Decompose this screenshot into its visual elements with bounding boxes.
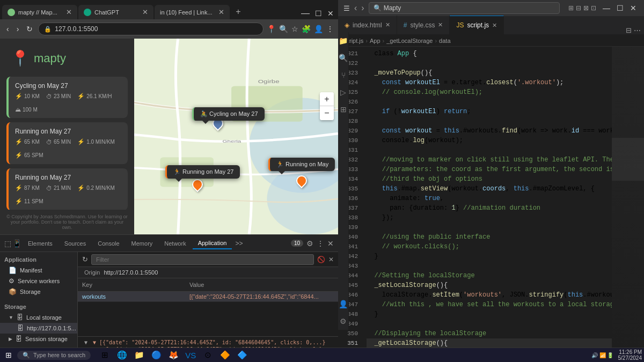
location-icon[interactable]: 📍 [267, 25, 276, 33]
debug-icon[interactable]: ▷ [340, 88, 346, 97]
vscode-menu-icon[interactable]: ☰ [343, 4, 350, 12]
table-row[interactable]: workouts [{"date":"2024-05-27T21:16:44.6… [78, 292, 338, 302]
zoom-out-button[interactable]: − [320, 106, 334, 120]
vscode-close[interactable]: ✕ [628, 3, 639, 13]
new-tab-button[interactable]: + [231, 4, 246, 19]
forward-button[interactable]: › [14, 24, 21, 34]
json-expand-arrow-0[interactable]: ▼ [84, 339, 90, 345]
devtools-tab-network[interactable]: Network [159, 238, 191, 249]
search-activity-icon[interactable]: 🔍 [339, 54, 348, 62]
code-content[interactable]: class App { _moveToPopup(){ const workou… [362, 47, 612, 350]
map-marker-running-2[interactable] [296, 175, 307, 186]
taskbar-time[interactable]: 11:26 PM 5/27/2024 [618, 349, 642, 361]
more-editor-actions-icon[interactable]: ⋯ [634, 26, 641, 34]
account-icon[interactable]: 👤 [339, 300, 348, 308]
search-icon[interactable]: 🔍 [279, 25, 288, 33]
sidebar-service-workers[interactable]: ⚙ Service workers [0, 276, 77, 286]
code-line-324: const workoutEl = e.target.closest('.wor… [367, 78, 612, 87]
devtools-tab-console[interactable]: Console [92, 238, 125, 249]
map-marker-running-1[interactable] [192, 179, 203, 190]
devtools-more-icon[interactable]: ⋮ [317, 239, 324, 248]
taskbar-app-taskview[interactable]: ⊞ [97, 349, 112, 361]
taskbar-search[interactable]: 🔍 Type here to search [17, 351, 91, 360]
sidebar-manifest[interactable]: 📄 Manifest [0, 265, 77, 276]
vscode-minimize[interactable]: — [601, 3, 612, 13]
grid-layout-icon[interactable]: ⊡ [591, 4, 596, 12]
workout-running-1[interactable]: Running on May 27 ⚡65 KM ⏱65 MIN ⚡1.0 MI… [6, 122, 128, 164]
window-close[interactable]: ✕ [325, 8, 336, 19]
vscode-tab-index-html[interactable]: ◈ index.html ✕ [338, 16, 397, 34]
extensions-activity-icon[interactable]: ⊞ [340, 105, 347, 114]
sidebar-local-storage-origin[interactable]: 🗄 http://127.0.0.1:5... [0, 323, 77, 334]
profile-icon[interactable]: 👤 [314, 25, 323, 33]
sidebar-layout-icon[interactable]: ⊟ [576, 4, 581, 12]
browser-tab-linkedin[interactable]: in (10) Feed | Link... ✕ [155, 5, 230, 19]
breadcrumb-class[interactable]: App [370, 38, 380, 44]
window-maximize[interactable]: ☐ [313, 8, 324, 19]
devtools-settings-icon[interactable]: ⚙ [306, 239, 313, 248]
html-tab-close[interactable]: ✕ [385, 21, 390, 28]
start-button[interactable]: ⊞ [2, 351, 15, 359]
sidebar-storage-item[interactable]: 📦 Storage [0, 286, 77, 297]
window-minimize[interactable]: — [299, 8, 312, 19]
taskbar-app-vscode[interactable]: VS [183, 349, 198, 361]
breadcrumb-method[interactable]: _getLocalStorage [386, 38, 433, 44]
cycling-stat-3: ⛰100 M [15, 106, 38, 113]
table-header: Key Value [78, 278, 338, 292]
devtools-tab-elements[interactable]: Elements [23, 238, 58, 249]
filter-clear-icon[interactable]: ✕ [328, 256, 334, 263]
chatgpt-tab-close[interactable]: ✕ [142, 8, 148, 16]
explorer-icon[interactable]: 📁 [339, 36, 348, 45]
code-line-335: this.#map.setView(workout.coords, this.#… [367, 184, 612, 194]
workout-running-2[interactable]: Running on May 27 ⚡87 KM ⏱21 MIN ⚡0.2 MI… [6, 168, 128, 210]
inspect-element-icon[interactable]: ⬚ [4, 239, 11, 248]
vscode-forward-button[interactable]: › [361, 3, 364, 13]
code-line-337: pan: {duration: 1} //animation duration [367, 203, 612, 213]
devtools-more-tabs[interactable]: >> [235, 240, 243, 247]
linkedin-tab-close[interactable]: ✕ [218, 8, 224, 16]
taskbar-app-edge[interactable]: 🌐 [114, 349, 129, 361]
reload-button[interactable]: ↻ [24, 24, 35, 34]
address-bar[interactable]: 🔒 127.0.0.1:5500 [38, 23, 264, 35]
devtools-tab-memory[interactable]: Memory [126, 238, 158, 249]
split-layout-icon[interactable]: ⊠ [583, 4, 589, 12]
devtools-close-icon[interactable]: ✕ [327, 239, 334, 248]
vscode-tab-style-css[interactable]: # style.css ✕ [397, 16, 450, 34]
vscode-search-bar[interactable]: 🔍 Mapty [369, 2, 560, 14]
split-editor-icon[interactable]: ⊟ [626, 26, 632, 34]
menu-icon[interactable]: ⋮ [326, 25, 334, 33]
panel-layout-icon[interactable]: ⊞ [568, 4, 574, 12]
taskbar-app-github[interactable]: ⊙ [200, 349, 215, 361]
workout-cycling[interactable]: Cycling on May 27 ⚡10 KM ⏱23 MIN ⚡26.1 K… [6, 77, 128, 118]
extensions-icon[interactable]: 🧩 [302, 25, 311, 33]
code-line-348: } [367, 309, 612, 319]
mapty-tab-close[interactable]: ✕ [66, 8, 72, 16]
device-toolbar-icon[interactable]: 📱 [12, 239, 21, 248]
refresh-storage-icon[interactable]: ↻ [82, 255, 88, 263]
breadcrumb-var[interactable]: data [439, 38, 450, 44]
browser-tab-chatgpt[interactable]: ChatGPT ✕ [78, 5, 153, 19]
taskbar-app-vlc[interactable]: 🔶 [217, 349, 232, 361]
settings-activity-icon[interactable]: ⚙ [340, 317, 347, 326]
sidebar-session-storage[interactable]: ▶ 🗄 Session storage [0, 334, 77, 344]
taskbar-app-chrome[interactable]: 🔵 [149, 349, 164, 361]
back-button[interactable]: ‹ [4, 24, 11, 34]
devtools-tab-sources[interactable]: Sources [59, 238, 91, 249]
taskbar-app-firefox[interactable]: 🦊 [166, 349, 181, 361]
js-tab-close[interactable]: ✕ [492, 22, 497, 29]
git-icon[interactable]: ⑂ [341, 71, 346, 79]
devtools-tab-application[interactable]: Application [193, 238, 232, 249]
sidebar-local-storage[interactable]: ▼ 🗄 Local storage [0, 312, 77, 323]
filter-cancel-icon[interactable]: 🚫 [317, 256, 325, 263]
taskbar-app-explorer[interactable]: 📁 [131, 349, 147, 361]
vscode-back-button[interactable]: ‹ [354, 3, 357, 13]
css-tab-close[interactable]: ✕ [438, 21, 443, 28]
minimap[interactable] [612, 47, 644, 350]
bookmark-star-icon[interactable]: ☆ [291, 25, 298, 33]
zoom-in-button[interactable]: + [320, 92, 334, 106]
browser-tab-mapty[interactable]: mapty // Map... ✕ [2, 5, 77, 19]
filter-input[interactable] [91, 254, 314, 265]
taskbar-app-more[interactable]: 🔷 [235, 349, 250, 361]
vscode-tab-script-js[interactable]: JS script.js ✕ [450, 16, 504, 34]
vscode-maximize[interactable]: ☐ [614, 3, 626, 13]
